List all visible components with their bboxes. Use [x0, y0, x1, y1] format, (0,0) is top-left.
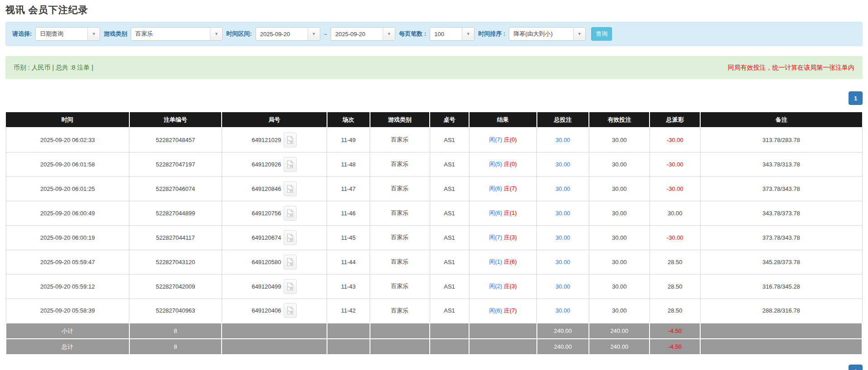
summary-valid-bet: 240.00	[589, 323, 650, 339]
video-replay-button[interactable]	[284, 303, 297, 318]
column-header: 桌号	[430, 112, 469, 128]
cell-time: 2025-09-20 05:59:12	[6, 274, 129, 299]
column-header: 备注	[700, 112, 862, 128]
chevron-down-icon[interactable]: ▼	[383, 28, 395, 40]
video-file-icon	[286, 209, 294, 218]
summary-payout: -4.50	[650, 323, 700, 339]
cell-bet-id: 522827040963	[129, 299, 222, 323]
round-id-text: 649120926	[251, 161, 281, 168]
cell-total-bet: 30.00	[537, 274, 589, 299]
total-bet-link[interactable]: 30.00	[555, 259, 570, 266]
cell-total-bet: 30.00	[537, 176, 589, 201]
cell-result: 闲(2) 庄(3)	[469, 274, 537, 299]
result-player: 闲(2)	[489, 283, 502, 289]
cell-game-type: 百家乐	[370, 250, 430, 274]
total-bet-link[interactable]: 30.00	[555, 307, 570, 314]
filter-bar: 请选择: 日期查询 ▼ 游戏类别 百家乐 ▼ 时间区间: 2025-09-20 …	[5, 22, 863, 46]
video-replay-button[interactable]	[284, 230, 297, 245]
summary-valid-bet: 240.00	[589, 339, 650, 355]
cell-session: 11-43	[327, 274, 370, 299]
search-button[interactable]: 查询	[591, 27, 612, 41]
total-bet-link[interactable]: 30.00	[555, 185, 570, 192]
result-banker: 庄(1)	[504, 209, 517, 216]
chevron-down-icon[interactable]: ▼	[462, 28, 474, 40]
query-type-select[interactable]: 日期查询 ▼	[35, 27, 100, 41]
cell-total-bet: 30.00	[537, 128, 589, 152]
cell-bet-id: 522827044899	[129, 201, 222, 225]
summary-payout: -4.50	[650, 339, 700, 355]
column-header: 总投注	[537, 112, 589, 128]
cell-result: 闲(7) 庄(0)	[469, 128, 537, 152]
date-to-select[interactable]: 2025-09-20 ▼	[331, 27, 395, 41]
result-player: 闲(6)	[489, 185, 502, 192]
cell-round-id: 649120674	[222, 225, 327, 250]
cell-valid-bet: 30.00	[589, 128, 650, 152]
cell-time: 2025-09-20 06:01:58	[6, 152, 129, 176]
result-banker: 庄(3)	[504, 283, 517, 289]
pagination-top: 1	[5, 91, 863, 105]
video-replay-button[interactable]	[284, 206, 297, 221]
cell-result: 闲(1) 庄(6)	[469, 250, 537, 274]
cell-valid-bet: 30.00	[589, 176, 650, 201]
date-from-select[interactable]: 2025-09-20 ▼	[256, 27, 320, 41]
video-replay-button[interactable]	[284, 157, 297, 172]
chevron-down-icon[interactable]: ▼	[308, 28, 320, 40]
chevron-down-icon[interactable]: ▼	[87, 28, 100, 40]
cell-round-id: 649120756	[222, 201, 327, 225]
column-header: 局号	[222, 112, 327, 128]
cell-table-no: AS1	[430, 225, 469, 250]
summary-row: 小计 8 240.00 240.00 -4.50	[6, 323, 862, 339]
cell-bet-id: 522827044117	[129, 225, 222, 250]
cell-remark: 373.78/343.78	[700, 176, 862, 201]
cell-session: 11-44	[327, 250, 370, 274]
page-1-button[interactable]: 1	[849, 365, 863, 370]
table-row: 2025-09-20 05:59:47 522827043120 6491205…	[6, 250, 862, 274]
bet-records-table: 时间注单编号局号场次游戏类别桌号结果总投注有效投注总派彩备注 2025-09-2…	[5, 112, 863, 355]
cell-payout: 28.50	[650, 274, 700, 299]
cell-valid-bet: 30.00	[589, 274, 650, 299]
cell-total-bet: 30.00	[537, 250, 589, 274]
round-id-text: 649120846	[251, 185, 281, 192]
page-1-button[interactable]: 1	[849, 91, 863, 105]
cell-time: 2025-09-20 06:00:49	[6, 201, 129, 225]
total-bet-link[interactable]: 30.00	[555, 161, 570, 168]
game-type-value: 百家乐	[131, 28, 210, 40]
cell-table-no: AS1	[430, 250, 469, 274]
cell-result: 闲(6) 庄(1)	[469, 201, 537, 225]
total-bet-link[interactable]: 30.00	[555, 234, 570, 241]
summary-bar: 币别 : 人民币 | 总共 :8 注单 | 同局有效投注，统一计算在该局第一张注…	[5, 56, 863, 79]
round-id-text: 649120406	[251, 307, 281, 314]
chevron-down-icon[interactable]: ▼	[210, 28, 222, 40]
result-player: 闲(7)	[489, 234, 502, 241]
cell-payout: 28.50	[650, 250, 700, 274]
table-row: 2025-09-20 06:01:25 522827046074 6491208…	[6, 176, 862, 201]
cell-remark: 343.78/313.78	[700, 152, 862, 176]
cell-table-no: AS1	[430, 152, 469, 176]
sort-select[interactable]: 降幂(由大到小) ▼	[509, 27, 586, 41]
cell-total-bet: 30.00	[537, 225, 589, 250]
summary-empty	[327, 339, 370, 355]
game-type-select[interactable]: 百家乐 ▼	[131, 27, 223, 41]
cell-round-id: 649121029	[222, 128, 327, 152]
per-page-select[interactable]: 100 ▼	[430, 27, 474, 41]
total-bet-link[interactable]: 30.00	[555, 283, 570, 290]
cell-remark: 288.28/316.78	[700, 299, 862, 323]
cell-valid-bet: 30.00	[589, 225, 650, 250]
chevron-down-icon[interactable]: ▼	[573, 28, 585, 40]
video-replay-button[interactable]	[284, 279, 297, 294]
cell-bet-id: 522827043120	[129, 250, 222, 274]
cell-valid-bet: 30.00	[589, 201, 650, 225]
video-replay-button[interactable]	[284, 181, 297, 196]
total-bet-link[interactable]: 30.00	[555, 210, 570, 217]
video-replay-button[interactable]	[284, 255, 297, 270]
column-header: 场次	[327, 112, 370, 128]
video-replay-button[interactable]	[284, 133, 297, 147]
cell-session: 11-45	[327, 225, 370, 250]
result-banker: 庄(7)	[504, 185, 517, 192]
cell-game-type: 百家乐	[370, 225, 430, 250]
summary-count: 8	[129, 323, 222, 339]
total-bet-link[interactable]: 30.00	[555, 137, 570, 143]
cell-bet-id: 522827047197	[129, 152, 222, 176]
cell-game-type: 百家乐	[370, 152, 430, 176]
summary-empty	[430, 339, 469, 355]
